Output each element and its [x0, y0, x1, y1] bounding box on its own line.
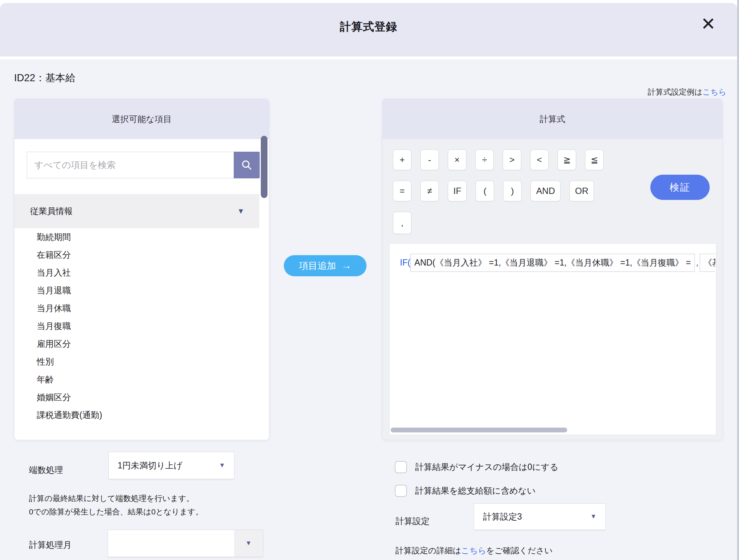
operator-button[interactable]: ÷ — [475, 149, 494, 170]
list-item[interactable]: 課税通勤費(通勤) — [14, 406, 259, 424]
add-item-button[interactable]: 項目追加 → — [284, 255, 367, 276]
operator-button[interactable]: - — [420, 149, 439, 170]
exclude-from-gross-label: 計算結果を総支給額に含めない — [415, 485, 536, 497]
list-item-label: 勤続期間 — [37, 232, 71, 242]
operator-label: IF — [453, 186, 461, 196]
operator-button[interactable]: OR — [569, 181, 594, 201]
item-list-scrollbar-thumb[interactable] — [261, 136, 267, 198]
operator-label: + — [400, 155, 405, 165]
list-item[interactable]: 当月復職 — [14, 317, 259, 335]
operator-label: > — [509, 155, 515, 165]
chevron-down-icon: ▼ — [590, 513, 605, 520]
close-button[interactable]: ✕ — [697, 13, 719, 35]
operator-button[interactable]: = — [393, 181, 411, 201]
search-icon — [241, 159, 253, 171]
operator-label: < — [537, 155, 542, 165]
calc-setting-detail-link[interactable]: こちら — [461, 546, 486, 555]
operator-label: × — [454, 155, 460, 165]
operator-row-2: =≠IF()ANDOR — [393, 181, 604, 201]
list-item[interactable]: 性別 — [14, 353, 259, 370]
operator-button[interactable]: AND — [531, 181, 561, 201]
operator-button[interactable]: ( — [476, 181, 494, 201]
add-item-button-label: 項目追加 — [299, 260, 336, 272]
selectable-items-panel: 選択可能な項目 従業員情報 ▼ 勤続期間 在籍区分 当月入社 当月退職 当月休職… — [14, 99, 269, 440]
formula-editor[interactable]: IF( AND(《当月入社》 =1,《当月退職》 =1,《当月休職》 =1,《当… — [389, 243, 716, 435]
category-label: 従業員情報 — [30, 205, 73, 217]
list-item[interactable]: 当月退職 — [14, 281, 259, 299]
exclude-from-gross-checkbox[interactable] — [395, 485, 407, 497]
list-item[interactable]: 婚姻区分 — [14, 388, 259, 406]
list-item-label: 性別 — [37, 357, 54, 366]
list-item[interactable]: 在籍区分 — [14, 246, 259, 264]
operator-label: ( — [483, 186, 486, 196]
rounding-note-line2: 0での除算が発生した場合、結果は0となります。 — [29, 507, 203, 517]
operator-button[interactable]: ≠ — [420, 181, 439, 201]
window-scrollbar[interactable] — [737, 0, 739, 560]
item-id-heading: ID22：基本給 — [14, 71, 75, 85]
operator-button[interactable]: IF — [448, 181, 467, 201]
list-item-label: 年齢 — [37, 375, 54, 384]
chevron-down-icon: ▼ — [246, 540, 252, 547]
operator-label: ≦ — [591, 155, 598, 165]
category-employee-info[interactable]: 従業員情報 ▼ — [14, 194, 259, 228]
formula-example-note: 計算式設定例はこちら — [648, 87, 726, 97]
list-item[interactable]: 当月入社 — [14, 264, 259, 281]
rounding-selected-value: 1円未満切り上げ — [109, 460, 219, 471]
list-item-label: 当月復職 — [37, 321, 71, 331]
formula-line: IF( AND(《当月入社》 =1,《当月退職》 =1,《当月休職》 =1,《当… — [400, 253, 715, 273]
operator-label: ÷ — [482, 155, 487, 165]
rounding-note-line1: 計算の最終結果に対して端数処理を行います。 — [29, 493, 194, 504]
calc-setting-detail-note: 計算設定の詳細はこちらをご確認ください — [395, 545, 553, 556]
detail-note-prefix: 計算設定の詳細は — [395, 546, 461, 555]
list-item-label: 雇用区分 — [37, 339, 71, 349]
operator-button[interactable]: < — [530, 149, 549, 170]
calc-month-select[interactable]: ▼ — [108, 530, 263, 557]
formula-token-input[interactable]: AND(《当月入社》 =1,《当月退職》 =1,《当月休職》 =1,《当月復職》… — [410, 254, 695, 272]
negative-to-zero-label: 計算結果がマイナスの場合は0にする — [415, 461, 558, 473]
operator-button[interactable]: ≧ — [558, 149, 576, 170]
formula-horizontal-scrollbar-thumb[interactable] — [391, 428, 567, 432]
negative-to-zero-checkbox[interactable] — [395, 461, 407, 473]
rounding-label: 端数処理 — [29, 464, 63, 476]
search-button[interactable] — [234, 152, 260, 178]
operator-label: , — [401, 218, 404, 228]
rounding-select[interactable]: 1円未満切り上げ ▼ — [108, 452, 234, 479]
operator-palette: +-×÷><≧≦ =≠IF()ANDOR , — [393, 149, 604, 244]
formula-token-input-clipped[interactable]: 《基 — [700, 254, 715, 272]
operator-button[interactable]: > — [503, 149, 521, 170]
list-item[interactable]: 年齢 — [14, 370, 259, 388]
list-item[interactable]: 雇用区分 — [14, 335, 259, 353]
operator-label: = — [400, 186, 405, 196]
selectable-items-panel-title: 選択可能な項目 — [112, 113, 172, 125]
list-item[interactable]: 勤続期間 — [14, 228, 259, 246]
operator-button[interactable]: + — [393, 149, 411, 170]
calc-setting-label: 計算設定 — [395, 515, 430, 527]
formula-example-link[interactable]: こちら — [703, 88, 726, 96]
operator-button[interactable]: ≦ — [585, 149, 604, 170]
list-item-label: 当月入社 — [37, 268, 71, 277]
operator-label: ) — [511, 186, 514, 196]
operator-button[interactable]: × — [448, 149, 466, 170]
chevron-down-icon: ▼ — [237, 207, 244, 215]
operator-button[interactable]: , — [393, 212, 411, 234]
operator-label: ≧ — [563, 155, 571, 165]
negative-to-zero-option: 計算結果がマイナスの場合は0にする — [395, 461, 558, 473]
formula-panel-title: 計算式 — [540, 113, 565, 125]
chevron-down-icon: ▼ — [219, 462, 234, 469]
exclude-from-gross-option: 計算結果を総支給額に含めない — [395, 485, 536, 497]
formula-example-prefix: 計算式設定例は — [648, 88, 703, 96]
search-input[interactable] — [27, 152, 234, 178]
operator-row-1: +-×÷><≧≦ — [393, 149, 604, 170]
list-item[interactable]: 当月休職 — [14, 299, 259, 317]
selectable-items-panel-header: 選択可能な項目 — [14, 99, 269, 139]
operator-label: - — [428, 155, 431, 165]
operator-label: AND — [536, 186, 555, 196]
verify-button[interactable]: 検証 — [650, 175, 710, 200]
operator-button[interactable]: ) — [503, 181, 522, 201]
modal-title: 計算式登録 — [0, 19, 737, 34]
calc-month-label: 計算処理月 — [29, 539, 72, 551]
modal-header: 計算式登録 ✕ — [0, 3, 737, 56]
formula-panel: 計算式 +-×÷><≧≦ =≠IF()ANDOR , 検証 IF( AND(《当… — [382, 99, 723, 440]
calc-setting-select[interactable]: 計算設定3 ▼ — [474, 503, 606, 530]
list-item-label: 課税通勤費(通勤) — [37, 410, 102, 420]
